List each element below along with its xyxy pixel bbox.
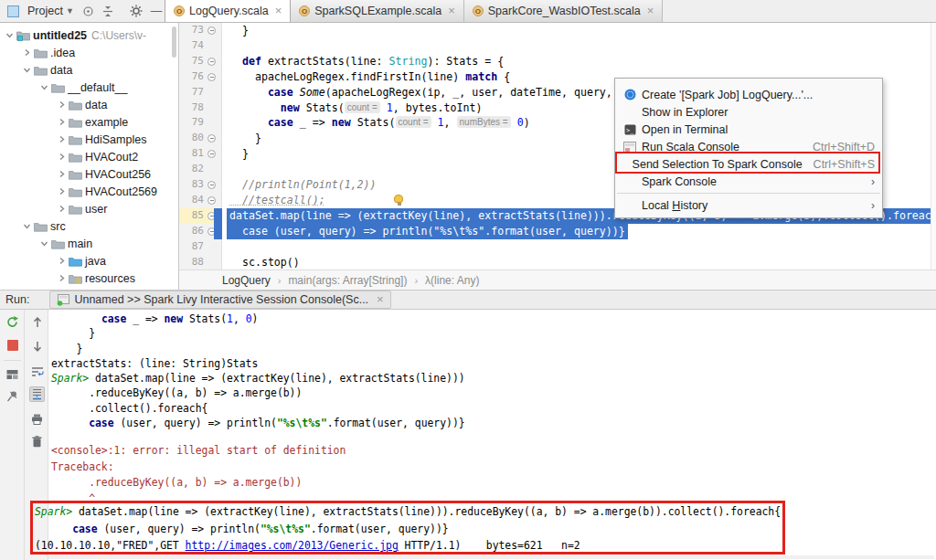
print-button-icon[interactable] bbox=[29, 411, 45, 427]
fold-marker-icon[interactable] bbox=[207, 181, 216, 189]
menu-item-show-in-explorer[interactable]: Show in Explorer bbox=[615, 103, 882, 121]
intention-bulb-icon[interactable] bbox=[394, 195, 403, 203]
tree-item-__default__[interactable]: __default__ bbox=[0, 79, 178, 96]
close-icon[interactable]: × bbox=[647, 6, 654, 16]
chevron-down-icon[interactable] bbox=[38, 83, 50, 91]
editor-scrollbar[interactable] bbox=[931, 23, 936, 269]
fold-marker-icon[interactable] bbox=[207, 26, 216, 35]
hide-panel-icon[interactable]: — bbox=[151, 4, 163, 18]
menu-item-local-history[interactable]: Local History› bbox=[615, 196, 882, 214]
editor-context-menu: Create '[Spark Job] LogQuery...'...Show … bbox=[614, 78, 883, 218]
tree-item-main[interactable]: main bbox=[0, 235, 178, 252]
folder-icon bbox=[68, 169, 82, 180]
fold-marker-icon[interactable] bbox=[207, 134, 216, 143]
tree-item-untitled25[interactable]: untitled25C:\Users\v- bbox=[0, 26, 178, 44]
menu-item-open-in-terminal[interactable]: >_Open in Terminal bbox=[615, 121, 882, 138]
chevron-right-icon[interactable] bbox=[56, 187, 68, 195]
chevron-right-icon[interactable] bbox=[56, 135, 68, 143]
submenu-arrow-icon: › bbox=[871, 175, 875, 188]
tree-item-user[interactable]: user bbox=[0, 200, 178, 217]
scroll-up-button-icon[interactable] bbox=[29, 314, 45, 330]
chevron-down-icon[interactable] bbox=[21, 66, 33, 74]
fold-marker-icon[interactable] bbox=[207, 150, 216, 158]
close-icon[interactable]: × bbox=[377, 295, 384, 304]
code-segment: count = bbox=[396, 116, 431, 128]
code-segment bbox=[431, 116, 438, 129]
code-segment: case bbox=[268, 116, 293, 129]
chevron-right-icon[interactable] bbox=[56, 170, 68, 178]
restore-layout-button-icon[interactable] bbox=[5, 366, 20, 382]
locate-file-icon[interactable] bbox=[82, 4, 94, 18]
code-segment: "%s\t%s" bbox=[277, 417, 327, 429]
toolbar-separator bbox=[4, 360, 21, 361]
code-segment: match bbox=[465, 70, 497, 83]
chevron-right-icon[interactable] bbox=[21, 48, 33, 57]
editor-tab-sparkcore_wasbiotest-scala[interactable]: OSparkCore_WasbIOTest.scala× bbox=[464, 0, 664, 22]
run-control-toolbar bbox=[0, 310, 25, 560]
tree-item-example[interactable]: example bbox=[0, 113, 178, 131]
tree-item--idea[interactable]: .idea bbox=[0, 44, 178, 61]
tree-item-resources[interactable]: resources bbox=[0, 269, 178, 287]
collapse-all-icon[interactable] bbox=[102, 4, 113, 18]
breadcrumb-item[interactable]: λ(line: Any) bbox=[425, 274, 479, 287]
chevron-right-icon[interactable] bbox=[56, 100, 68, 109]
code-segment: } bbox=[51, 327, 95, 340]
code-segment bbox=[229, 101, 281, 114]
console-horizontal-scrollbar[interactable] bbox=[48, 555, 934, 559]
tree-item-hvacout2[interactable]: HVACout2 bbox=[0, 148, 178, 165]
gutter-selection-block bbox=[214, 208, 222, 224]
tree-item-data[interactable]: data bbox=[0, 96, 178, 113]
breadcrumb-item[interactable]: main(args: Array[String]) bbox=[288, 274, 407, 287]
scroll-down-button-icon[interactable] bbox=[29, 339, 45, 354]
chevron-right-icon[interactable] bbox=[56, 118, 68, 126]
code-segment: extractStats: (line: String)Stats bbox=[51, 357, 258, 370]
tree-item-hvacout2569[interactable]: HVACout2569 bbox=[0, 183, 178, 200]
code-segment: case bbox=[89, 417, 113, 429]
run-session-tab[interactable]: Unnamed >> Spark Livy Interactive Sessio… bbox=[49, 291, 390, 309]
fold-marker-icon[interactable] bbox=[207, 58, 216, 66]
settings-gear-icon[interactable] bbox=[130, 4, 143, 18]
scroll-to-end-button-icon[interactable] bbox=[29, 386, 45, 402]
folder-icon bbox=[50, 238, 65, 249]
code-segment bbox=[229, 86, 268, 99]
chevron-right-icon[interactable] bbox=[56, 205, 68, 213]
fold-marker-icon[interactable] bbox=[207, 196, 216, 205]
tree-item-hvacout256[interactable]: HVACout256 bbox=[0, 165, 178, 183]
clear-console-button-icon[interactable] bbox=[29, 434, 45, 449]
menu-item-create-spark-job-logquery-[interactable]: Create '[Spark Job] LogQuery...'... bbox=[615, 86, 882, 103]
tree-item-src[interactable]: src bbox=[0, 217, 178, 235]
menu-separator bbox=[617, 193, 880, 194]
code-segment: case bbox=[268, 86, 293, 99]
menu-item-spark-console[interactable]: Spark Console› bbox=[615, 173, 882, 190]
editor-tab-sparksqlexample-scala[interactable]: OSparkSQLExample.scala× bbox=[291, 0, 464, 22]
chevron-right-icon[interactable] bbox=[56, 257, 68, 265]
tree-item-label: main bbox=[68, 238, 92, 250]
project-view-selector[interactable]: Project ▼ bbox=[27, 5, 74, 17]
tree-item-hdisamples[interactable]: HdiSamples bbox=[0, 131, 178, 148]
fold-marker-icon[interactable] bbox=[207, 73, 216, 81]
tree-item-data[interactable]: data bbox=[0, 61, 178, 79]
line-number: 87 bbox=[179, 239, 204, 255]
editor-gutter: 73747576777879808182838485868788 bbox=[179, 23, 222, 269]
rerun-button-icon[interactable] bbox=[5, 314, 20, 330]
code-segment: 1 bbox=[227, 312, 233, 325]
stop-button-icon[interactable] bbox=[5, 337, 20, 353]
tree-item-java[interactable]: java bbox=[0, 252, 178, 269]
chevron-down-icon[interactable] bbox=[4, 31, 16, 39]
soft-wrap-button-icon[interactable] bbox=[29, 364, 45, 379]
chevron-down-icon[interactable] bbox=[21, 222, 33, 230]
chevron-right-icon[interactable] bbox=[56, 274, 68, 282]
tab-label: SparkCore_WasbIOTest.scala bbox=[488, 5, 641, 17]
project-tree-scrollbar[interactable] bbox=[172, 26, 176, 58]
close-icon[interactable]: × bbox=[275, 6, 282, 16]
editor-tab-logquery-scala[interactable]: OLogQuery.scala× bbox=[165, 0, 291, 22]
tree-item-label: java bbox=[85, 255, 106, 268]
breadcrumb-item[interactable]: LogQuery bbox=[222, 274, 271, 287]
code-segment: ): Stats = { bbox=[427, 55, 504, 68]
chevron-down-icon[interactable] bbox=[38, 239, 50, 248]
code-segment bbox=[229, 55, 242, 68]
line-number: 85 bbox=[179, 208, 204, 224]
chevron-right-icon[interactable] bbox=[56, 153, 68, 161]
pin-tab-button-icon[interactable] bbox=[5, 388, 20, 404]
close-icon[interactable]: × bbox=[448, 6, 455, 16]
